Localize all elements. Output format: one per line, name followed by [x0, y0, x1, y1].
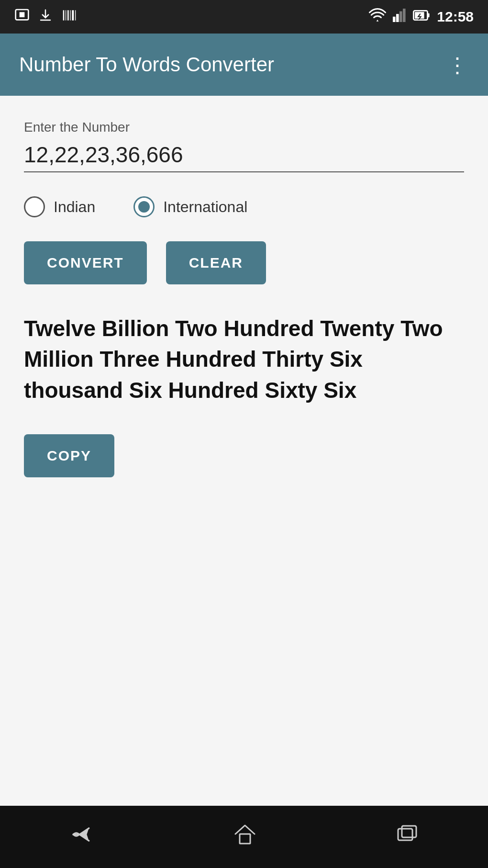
result-text: Twelve Billion Two Hundred Twenty Two Mi…: [24, 313, 464, 406]
radio-label-international: International: [163, 198, 247, 216]
svg-rect-17: [402, 826, 416, 837]
number-input[interactable]: [24, 142, 464, 172]
svg-rect-2: [63, 10, 65, 20]
home-button[interactable]: [233, 823, 257, 850]
button-row: CONVERT CLEAR: [24, 241, 464, 284]
svg-rect-3: [66, 10, 66, 20]
svg-rect-9: [396, 14, 399, 22]
menu-button[interactable]: ⋮: [447, 53, 469, 77]
wifi-icon: [369, 8, 386, 26]
radio-group: Indian International: [24, 196, 464, 217]
bottom-nav: [0, 806, 488, 868]
main-content: Enter the Number Indian International CO…: [0, 96, 488, 806]
clear-button[interactable]: CLEAR: [166, 241, 266, 284]
input-label: Enter the Number: [24, 120, 464, 135]
status-icons-right: 12:58: [369, 8, 474, 26]
app-bar: Number To Words Converter ⋮: [0, 34, 488, 96]
svg-rect-16: [398, 829, 412, 840]
svg-rect-7: [75, 10, 76, 20]
recents-button[interactable]: [395, 824, 419, 850]
app-title: Number To Words Converter: [19, 53, 274, 76]
radio-circle-international[interactable]: [133, 196, 155, 217]
back-button[interactable]: [69, 824, 95, 850]
screenshot-icon: [14, 8, 30, 26]
svg-rect-6: [72, 10, 74, 20]
radio-international[interactable]: International: [133, 196, 247, 217]
svg-rect-10: [399, 11, 402, 22]
svg-rect-4: [67, 10, 69, 20]
radio-circle-indian[interactable]: [24, 196, 45, 217]
download-icon: [38, 8, 53, 26]
svg-rect-5: [70, 10, 70, 20]
status-bar: 12:58: [0, 0, 488, 34]
svg-rect-8: [393, 16, 396, 22]
signal-icon: [393, 8, 406, 26]
copy-button[interactable]: COPY: [24, 434, 114, 477]
status-icons-left: [14, 8, 78, 26]
radio-indian[interactable]: Indian: [24, 196, 95, 217]
svg-rect-14: [428, 13, 430, 17]
svg-rect-15: [240, 834, 250, 844]
barcode-icon: [61, 8, 78, 26]
svg-rect-1: [20, 12, 25, 17]
svg-rect-11: [403, 9, 406, 22]
status-time: 12:58: [437, 9, 474, 25]
battery-icon: [413, 9, 430, 25]
convert-button[interactable]: CONVERT: [24, 241, 147, 284]
radio-label-indian: Indian: [54, 198, 95, 216]
